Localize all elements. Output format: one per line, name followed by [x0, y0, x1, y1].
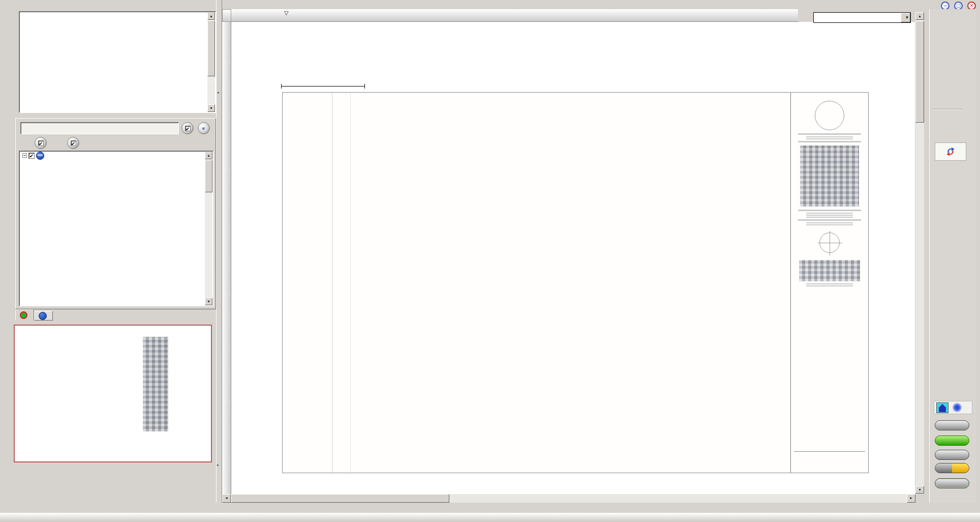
legend-colorbar [934, 194, 947, 388]
band-24ghz-toggle[interactable]: ✔ [35, 137, 47, 149]
map-hscrollbar[interactable]: ◄ ► [222, 494, 915, 503]
menubar [877, 1, 938, 10]
chevron-down-icon[interactable]: ▼ [901, 13, 910, 22]
band-filter-row: ✔ ✔ [18, 137, 215, 149]
view-mode-buttons [934, 401, 972, 414]
tab-channel[interactable] [15, 309, 34, 321]
ruler-top: ▽ [231, 9, 798, 22]
collapse-button[interactable]: » [198, 122, 210, 134]
visualization-dropdown[interactable]: ▼ [813, 12, 911, 23]
collapse-node-icon[interactable]: − [22, 153, 27, 158]
scroll-down-icon[interactable]: ▼ [207, 104, 215, 112]
window-bottom-strip [0, 503, 980, 513]
collapse-arrows-icon: » [201, 127, 207, 130]
scroll-up-icon[interactable]: ▲ [207, 12, 215, 20]
scroll-left-icon[interactable]: ◄ [222, 494, 231, 503]
ruler-corner [222, 9, 231, 22]
map-canvas[interactable] [231, 22, 915, 494]
scroll-down-icon[interactable]: ▼ [915, 486, 924, 494]
titleblock [790, 93, 868, 473]
minimap[interactable] [14, 325, 212, 462]
taskbar[interactable] [0, 513, 980, 522]
tab-bar [15, 309, 53, 321]
refresh-button[interactable] [935, 142, 966, 161]
ap-tree: − ✔ SSID ▲ ▼ [19, 151, 213, 306]
overall-button[interactable] [935, 436, 969, 446]
right-toolbar [929, 9, 976, 513]
tab-ssid[interactable] [34, 311, 53, 321]
ap-panel-header [20, 122, 179, 134]
ssid-icon [39, 312, 47, 320]
house-icon[interactable] [936, 402, 948, 413]
2d-button[interactable] [935, 463, 952, 473]
app-window: – ▢ ✕ ▲ ▼ ✔ » ✔ ✔ − ✔ SSID [0, 0, 980, 522]
ruler-left [222, 22, 231, 494]
channel-icon [20, 311, 27, 319]
dot-icon[interactable] [953, 403, 962, 412]
titleblock-blur-block [799, 260, 860, 281]
band-5ghz-toggle[interactable]: ✔ [67, 137, 79, 149]
3d-button[interactable] [952, 463, 969, 473]
scroll-down-icon[interactable]: ▼ [205, 298, 212, 305]
check-all-button[interactable]: ✔ [181, 122, 194, 134]
scroll-right-icon[interactable]: ► [907, 494, 915, 503]
ap-scrollbar[interactable]: ▲ ▼ [205, 152, 212, 305]
north-arrow-icon [819, 233, 840, 253]
survey-list: ▲ ▼ [19, 11, 216, 113]
scale-bar [281, 84, 365, 89]
scroll-up-icon[interactable]: ▲ [205, 152, 212, 159]
per-ap-button[interactable] [935, 450, 969, 460]
survey-scrollbar[interactable]: ▲ ▼ [207, 12, 215, 112]
titleblock-blur-block [800, 146, 859, 207]
titleblock-logo-icon [815, 101, 844, 130]
minimap-image [15, 326, 211, 461]
floorplan-sheet [282, 92, 869, 473]
scroll-up-icon[interactable]: ▲ [915, 12, 924, 20]
ssid-icon: SSID [36, 152, 44, 160]
splitter-arrow-icon[interactable]: ◂ [217, 91, 219, 95]
map-vscrollbar[interactable]: ▲ ▼ [915, 12, 924, 494]
minimap-blur-block [143, 337, 168, 431]
panel-splitter[interactable]: ◂ ▸ [216, 0, 222, 513]
ap-tree-root[interactable]: − ✔ SSID [19, 151, 213, 160]
ruler-marker-icon[interactable]: ▽ [284, 10, 288, 16]
2d-3d-toggle[interactable] [935, 463, 969, 473]
checkbox[interactable]: ✔ [28, 153, 35, 159]
overlap-button[interactable] [935, 420, 969, 430]
splitter-arrow-icon[interactable]: ▸ [217, 463, 219, 467]
refresh-arrows-icon [945, 146, 956, 157]
checkbox-icon: ✔ [185, 126, 191, 131]
legend-ticks [950, 194, 972, 394]
diffview-button[interactable] [935, 478, 969, 488]
